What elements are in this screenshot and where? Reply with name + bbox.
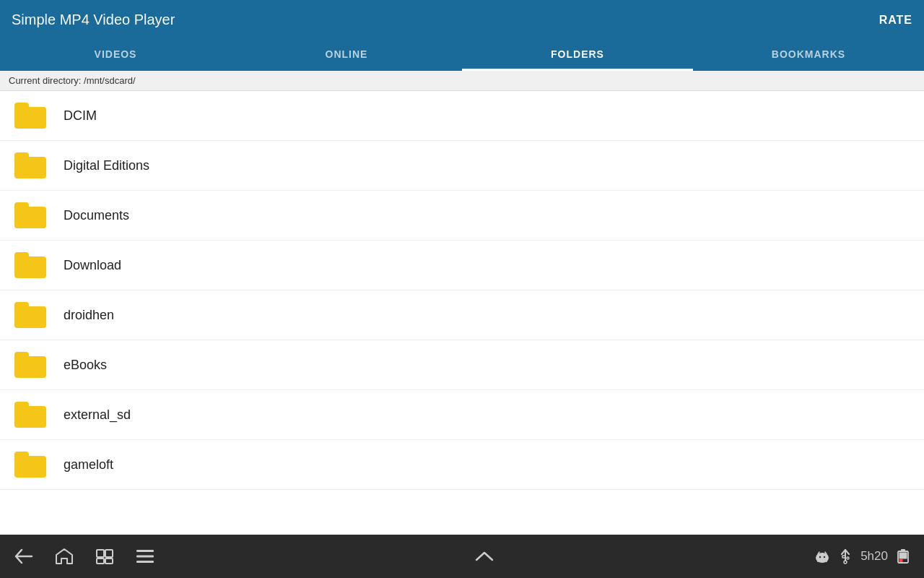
folder-icon [14, 352, 46, 378]
recent-apps-icon[interactable] [95, 548, 114, 564]
svg-rect-3 [105, 558, 113, 564]
folder-icon [14, 202, 46, 228]
folder-icon [14, 452, 46, 478]
svg-rect-2 [97, 558, 104, 564]
svg-rect-6 [136, 561, 154, 563]
folder-item-download[interactable]: Download [0, 241, 924, 290]
folder-item-gameloft[interactable]: gameloft [0, 440, 924, 490]
app-title: Simple MP4 Video Player [12, 12, 175, 28]
svg-point-11 [824, 556, 825, 558]
android-icon [814, 548, 830, 564]
folder-icon [14, 152, 46, 178]
folder-item-dcim[interactable]: DCIM [0, 91, 924, 141]
folder-item-droidhen[interactable]: droidhen [0, 290, 924, 340]
folder-icon [14, 103, 46, 129]
svg-rect-21 [901, 549, 905, 551]
tab-folders[interactable]: FOLDERS [462, 40, 693, 71]
folder-icon [14, 402, 46, 428]
folder-name: gameloft [64, 457, 113, 473]
tab-videos[interactable]: VIDEOS [0, 40, 231, 71]
up-icon[interactable] [475, 550, 494, 563]
folder-list: DCIMDigital EditionsDocumentsDownloaddro… [0, 91, 924, 535]
current-directory: Current directory: /mnt/sdcard/ [0, 71, 924, 91]
folder-name: eBooks [64, 358, 107, 373]
folder-name: droidhen [64, 308, 114, 323]
folder-name: DCIM [64, 108, 97, 124]
svg-rect-17 [842, 556, 845, 558]
tab-bookmarks[interactable]: BOOKMARKS [693, 40, 924, 71]
svg-point-19 [844, 561, 847, 564]
folder-icon [14, 302, 46, 328]
battery-icon [897, 548, 910, 564]
bottom-nav-bar: 5h20 [0, 535, 924, 578]
back-icon[interactable] [14, 548, 33, 564]
status-time: 5h20 [860, 549, 888, 564]
svg-rect-18 [847, 557, 849, 559]
folder-item-external-sd[interactable]: external_sd [0, 390, 924, 440]
folder-icon [14, 252, 46, 278]
home-icon[interactable] [55, 548, 74, 565]
menu-icon[interactable] [136, 548, 154, 564]
svg-rect-0 [97, 550, 104, 557]
status-bar: 5h20 [814, 548, 910, 564]
folder-name: Download [64, 258, 121, 273]
svg-rect-23 [899, 559, 902, 562]
folder-name: Documents [64, 208, 129, 223]
folder-name: external_sd [64, 407, 131, 423]
folder-name: Digital Editions [64, 158, 149, 173]
tab-online[interactable]: ONLINE [231, 40, 462, 71]
folder-item-ebooks[interactable]: eBooks [0, 340, 924, 390]
svg-rect-22 [899, 553, 907, 559]
bottom-nav-left [14, 548, 154, 565]
svg-rect-5 [136, 556, 154, 558]
bottom-nav-center [475, 550, 494, 563]
usb-icon [839, 548, 852, 564]
rate-button[interactable]: RATE [879, 14, 912, 27]
svg-point-10 [819, 556, 821, 558]
svg-rect-4 [136, 550, 154, 552]
svg-rect-1 [105, 550, 113, 557]
folder-item-digital-editions[interactable]: Digital Editions [0, 141, 924, 191]
header: Simple MP4 Video Player RATE [0, 0, 924, 40]
folder-item-documents[interactable]: Documents [0, 191, 924, 241]
tab-bar: VIDEOS ONLINE FOLDERS BOOKMARKS [0, 40, 924, 71]
